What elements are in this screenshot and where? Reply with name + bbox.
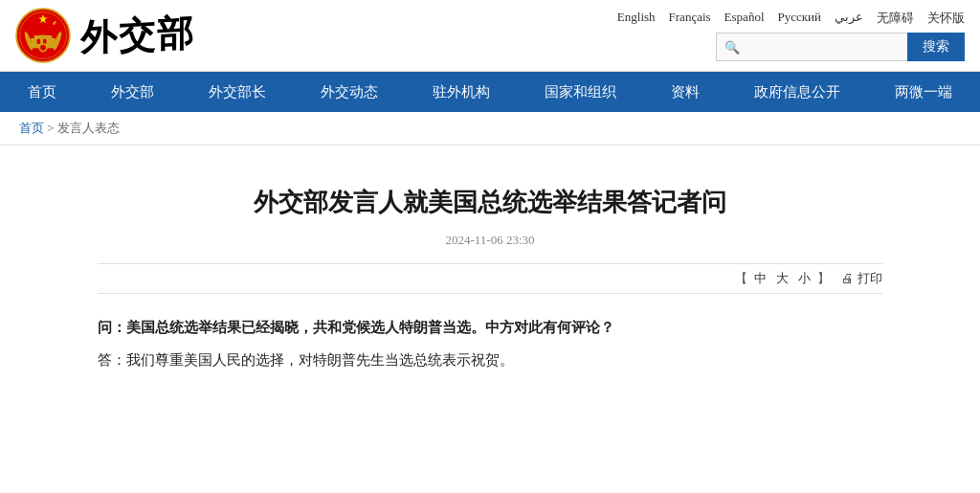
search-area: 搜索 — [716, 33, 965, 61]
qa-question-1: 问：美国总统选举结果已经揭晓，共和党候选人特朗普当选。中方对此有何评论？ — [98, 313, 882, 342]
bracket-open: 【 — [735, 270, 747, 287]
lang-french[interactable]: Français — [669, 10, 711, 27]
font-size-group: 【 中 大 小 】 — [735, 270, 830, 287]
main-nav: 首页 外交部 外交部长 外交动态 驻外机构 国家和组织 资料 政府信息公开 两微… — [0, 72, 980, 112]
article-body: 问：美国总统选举结果已经揭晓，共和党候选人特朗普当选。中方对此有何评论？ 答：我… — [98, 313, 882, 374]
font-size-large[interactable]: 大 — [773, 270, 791, 287]
font-size-medium[interactable]: 中 — [751, 270, 769, 287]
language-links: English Français Español Русский عربي 无障… — [617, 10, 965, 27]
bracket-close: 】 — [817, 270, 830, 287]
lang-care[interactable]: 关怀版 — [927, 10, 965, 27]
article-container: 外交部发言人就美国总统选举结果答记者问 2024-11-06 23:30 【 中… — [59, 146, 921, 405]
print-label: 打印 — [858, 270, 882, 287]
lang-spanish[interactable]: Español — [724, 10, 765, 27]
print-button[interactable]: 🖨 打印 — [841, 270, 882, 287]
national-emblem — [15, 8, 71, 63]
svg-point-13 — [40, 45, 46, 51]
breadcrumb-separator: > — [47, 121, 57, 135]
lang-russian[interactable]: Русский — [778, 10, 822, 27]
lang-english[interactable]: English — [617, 10, 656, 27]
search-button[interactable]: 搜索 — [907, 33, 965, 61]
nav-countries[interactable]: 国家和组织 — [529, 72, 632, 112]
search-input[interactable] — [716, 33, 907, 61]
nav-home[interactable]: 首页 — [12, 72, 72, 112]
qa-answer-1: 答：我们尊重美国人民的选择，对特朗普先生当选总统表示祝贺。 — [98, 346, 882, 374]
lang-arabic[interactable]: عربي — [835, 10, 863, 27]
lang-accessible[interactable]: 无障碍 — [877, 10, 914, 27]
font-controls: 【 中 大 小 】 🖨 打印 — [98, 263, 882, 294]
breadcrumb-current: 发言人表态 — [57, 121, 120, 135]
top-right: English Français Español Русский عربي 无障… — [617, 10, 965, 61]
font-size-small[interactable]: 小 — [795, 270, 813, 287]
nav-ministry[interactable]: 外交部 — [96, 72, 169, 112]
breadcrumb-home[interactable]: 首页 — [19, 121, 44, 135]
top-bar: 外交部 English Français Español Русский عرب… — [0, 0, 980, 72]
nav-missions[interactable]: 驻外机构 — [417, 72, 505, 112]
svg-rect-5 — [37, 38, 40, 44]
site-title: 外交部 — [80, 8, 195, 62]
nav-minister[interactable]: 外交部长 — [193, 72, 281, 112]
nav-gov-info[interactable]: 政府信息公开 — [739, 72, 856, 112]
nav-diplomacy[interactable]: 外交动态 — [305, 72, 393, 112]
article-title: 外交部发言人就美国总统选举结果答记者问 — [98, 184, 882, 221]
article-date: 2024-11-06 23:30 — [98, 233, 882, 248]
nav-social[interactable]: 两微一端 — [880, 72, 968, 112]
breadcrumb: 首页 > 发言人表态 — [0, 112, 980, 146]
logo-area: 外交部 — [15, 8, 195, 63]
print-icon: 🖨 — [841, 271, 854, 286]
nav-materials[interactable]: 资料 — [656, 72, 715, 112]
